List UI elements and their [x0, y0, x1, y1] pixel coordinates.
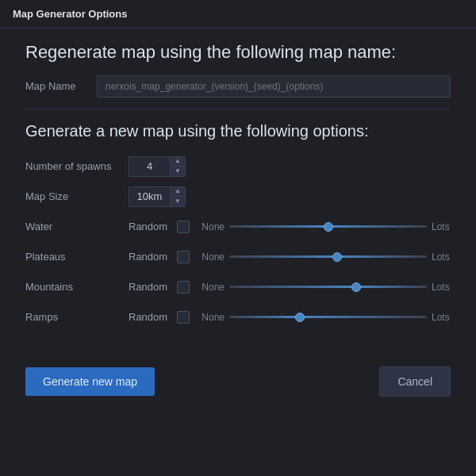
water-none-label: None	[199, 221, 225, 232]
mountains-none-label: None	[199, 282, 225, 293]
spawns-down-btn[interactable]: ▼	[171, 167, 185, 176]
map-name-input[interactable]	[97, 75, 451, 98]
title-bar: Map Generator Options	[0, 0, 476, 29]
water-lots-label: Lots	[432, 221, 451, 232]
map-name-label: Map Name	[25, 80, 97, 92]
ramps-slider[interactable]	[229, 316, 427, 318]
plateaus-label: Plateaus	[25, 251, 129, 263]
map-size-down-btn[interactable]: ▼	[171, 197, 185, 206]
app-title: Map Generator Options	[13, 8, 127, 20]
footer: Generate new map Cancel	[0, 355, 476, 408]
plateaus-lots-label: Lots	[432, 251, 451, 263]
ramps-lots-label: Lots	[432, 312, 451, 323]
new-map-heading: Generate a new map using the following o…	[25, 121, 451, 141]
mountains-row: Mountains Random None Lots	[25, 276, 451, 298]
ramps-row: Ramps Random None Lots	[25, 306, 451, 328]
mountains-label: Mountains	[25, 281, 129, 293]
spawns-up-btn[interactable]: ▲	[171, 157, 185, 167]
spawns-input[interactable]	[129, 156, 170, 177]
ramps-random-label: Random	[129, 311, 172, 323]
spawns-spinner: ▲ ▼	[129, 156, 186, 177]
map-size-row: Map Size ▲ ▼	[25, 186, 451, 208]
map-size-input[interactable]	[129, 186, 170, 207]
ramps-random-checkbox[interactable]	[177, 311, 190, 324]
regenerate-heading: Regenerate map using the following map n…	[25, 41, 451, 64]
map-size-up-btn[interactable]: ▲	[171, 187, 185, 197]
water-slider[interactable]	[229, 225, 427, 228]
water-row: Water Random None Lots	[25, 216, 451, 238]
mountains-random-checkbox[interactable]	[177, 281, 190, 294]
plateaus-slider[interactable]	[229, 255, 427, 258]
plateaus-random-checkbox[interactable]	[177, 251, 190, 263]
plateaus-row: Plateaus Random None Lots	[25, 246, 451, 268]
mountains-lots-label: Lots	[432, 282, 451, 293]
ramps-none-label: None	[199, 312, 225, 323]
map-size-spinner: ▲ ▼	[129, 186, 186, 207]
spawns-label: Number of spawns	[25, 160, 129, 172]
plateaus-random-label: Random	[129, 251, 172, 263]
water-label: Water	[25, 221, 129, 232]
mountains-slider[interactable]	[229, 286, 427, 288]
water-random-label: Random	[129, 221, 172, 232]
spawns-row: Number of spawns ▲ ▼	[25, 155, 451, 178]
section-divider	[25, 109, 451, 109]
cancel-button[interactable]: Cancel	[379, 367, 451, 397]
generate-button[interactable]: Generate new map	[25, 367, 155, 396]
water-random-checkbox[interactable]	[177, 221, 190, 233]
plateaus-none-label: None	[199, 251, 225, 263]
mountains-random-label: Random	[129, 281, 172, 293]
ramps-label: Ramps	[25, 311, 129, 323]
map-size-label: Map Size	[25, 190, 129, 202]
